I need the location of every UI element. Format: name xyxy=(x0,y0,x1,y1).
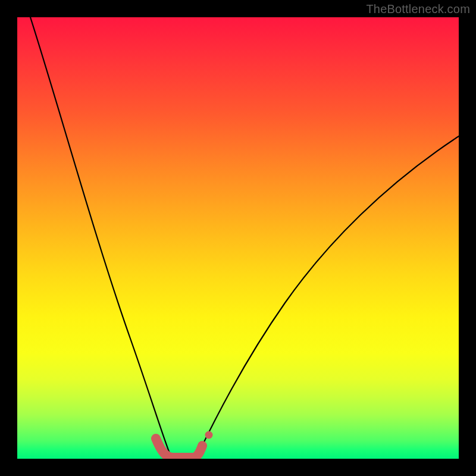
bottleneck-curve-left xyxy=(30,17,173,459)
bottleneck-curve-right xyxy=(196,136,459,459)
watermark-text: TheBottleneck.com xyxy=(366,2,470,16)
optimal-dot xyxy=(205,431,213,439)
chart-stage: TheBottleneck.com xyxy=(0,0,476,476)
chart-svg xyxy=(17,17,459,459)
optimal-zone-marker xyxy=(156,439,202,458)
